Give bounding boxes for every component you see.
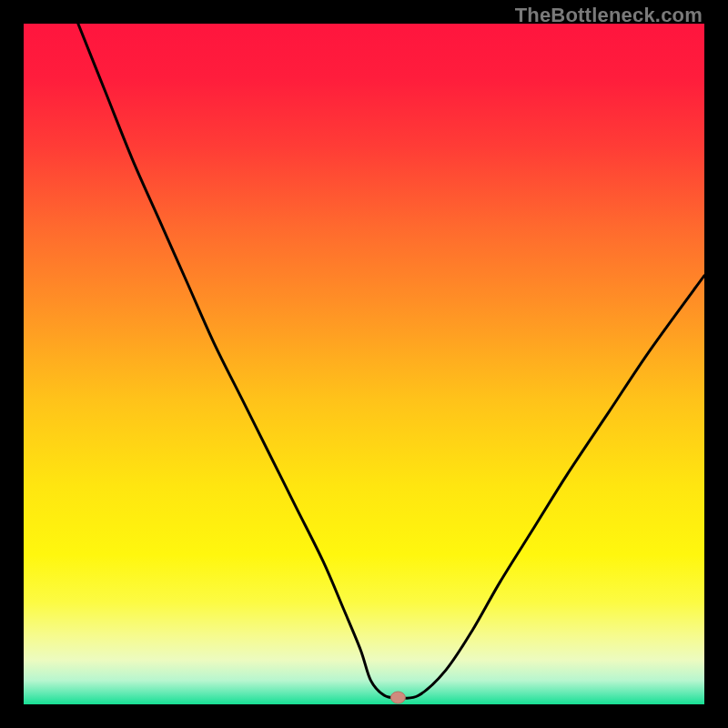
plot-area (24, 24, 704, 704)
watermark-text: TheBottleneck.com (515, 4, 703, 27)
chart-frame: TheBottleneck.com (0, 0, 728, 728)
curve-layer (24, 24, 704, 704)
bottleneck-curve (78, 24, 704, 698)
optimum-marker-icon (390, 692, 405, 703)
